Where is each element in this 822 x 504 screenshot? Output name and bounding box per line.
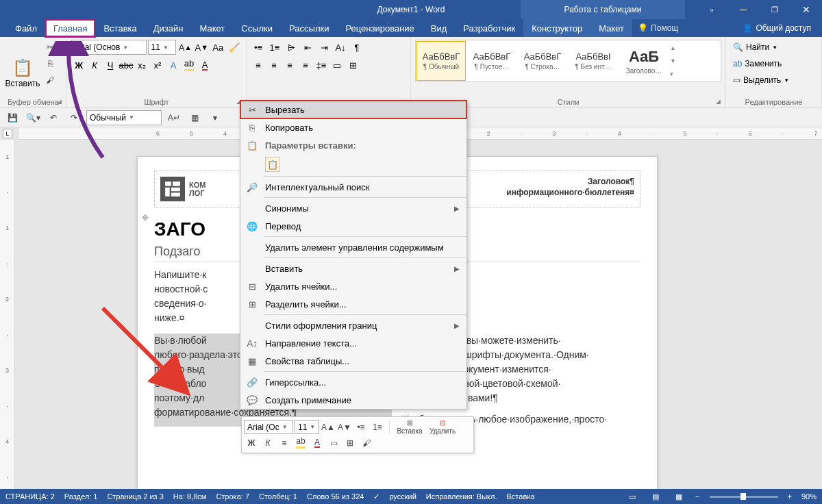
zoom-out-icon[interactable]: − (695, 492, 699, 501)
status-line[interactable]: Строка: 7 (216, 492, 249, 501)
mini-fontcolor[interactable]: A (310, 436, 325, 451)
ctx-smart-lookup[interactable]: 🔎Интеллектуальный поиск (240, 178, 466, 196)
bullets-icon[interactable]: •≡ (251, 40, 266, 55)
style-noint[interactable]: АаБбВвІ¶ Без инт… (569, 41, 618, 81)
ctx-copy[interactable]: ⎘Копировать (240, 118, 466, 136)
status-position[interactable]: На: 8,8см (173, 492, 207, 501)
mini-grow-icon[interactable]: A▲ (321, 420, 336, 435)
cut-icon[interactable]: ✂ (42, 40, 58, 55)
clipboard-dialog-launcher[interactable]: ◢ (57, 98, 64, 105)
zoom-slider[interactable] (710, 496, 778, 498)
close-button[interactable]: ✕ (790, 0, 822, 19)
line-spacing-icon[interactable]: ‡≡ (314, 58, 329, 73)
zoom-in-icon[interactable]: + (788, 492, 792, 501)
replace-button[interactable]: abЗаменить (730, 56, 817, 71)
status-page-of[interactable]: Страница 2 из 3 (107, 492, 163, 501)
table-move-handle[interactable]: ✥ (142, 213, 149, 223)
align-center-icon[interactable]: ≡ (266, 58, 282, 73)
font-size-combo[interactable]: 11▼ (148, 40, 177, 55)
tab-home[interactable]: Главная (45, 19, 95, 37)
mini-bold[interactable]: Ж (244, 436, 259, 451)
tell-me[interactable]: 💡 Помощ (632, 19, 678, 37)
tab-design[interactable]: Дизайн (145, 19, 192, 37)
tab-file[interactable]: Файл (7, 19, 45, 37)
ctx-new-comment[interactable]: 💬Создать примечание (240, 391, 466, 409)
mini-shrink-icon[interactable]: A▼ (337, 420, 352, 435)
paste-button[interactable]: 📋 Вставить (4, 40, 41, 106)
mini-delete-button[interactable]: ⊟Удалить (427, 419, 458, 435)
styles-dialog-launcher[interactable]: ◢ (716, 98, 723, 105)
ctx-table-props[interactable]: ▦Свойства таблицы... (240, 352, 466, 370)
status-page[interactable]: СТРАНИЦА: 2 (5, 492, 55, 501)
format-painter-icon[interactable]: 🖌 (42, 73, 58, 88)
highlight-icon[interactable]: ab (182, 58, 197, 73)
save-icon[interactable]: 💾 (4, 110, 21, 125)
styles-more-icon[interactable]: ▾ (670, 71, 680, 77)
tab-references[interactable]: Ссылки (233, 19, 281, 37)
tab-layout[interactable]: Макет (191, 19, 233, 37)
ctx-cut[interactable]: ✂Вырезать (240, 101, 466, 118)
mini-size-combo[interactable]: 11▼ (295, 420, 319, 434)
underline-button[interactable]: Ч (103, 58, 118, 73)
tab-insert[interactable]: Вставка (95, 19, 145, 37)
qat-more-icon[interactable]: ▾ (207, 110, 223, 125)
status-section[interactable]: Раздел: 1 (64, 492, 98, 501)
show-marks-icon[interactable]: ¶ (349, 40, 364, 55)
ctx-split-cells[interactable]: ⊞Разделить ячейки... (240, 295, 466, 313)
ctx-delete-control[interactable]: Удалить элемент управления содержимым (240, 238, 466, 256)
change-case-icon[interactable]: Aa (210, 40, 225, 55)
view-print-icon[interactable]: ▤ (649, 492, 662, 501)
sort-icon[interactable]: A↓ (333, 40, 348, 55)
mini-shading[interactable]: ▭ (326, 436, 341, 451)
tab-review[interactable]: Рецензирование (337, 19, 422, 37)
justify-icon[interactable]: ≡ (298, 58, 313, 73)
style-nospacing[interactable]: АаБбВвГ¶ Пустое… (467, 41, 516, 81)
align-right-icon[interactable]: ≡ (282, 58, 297, 73)
minimize-button[interactable]: ─ (727, 0, 759, 19)
ctx-translate[interactable]: 🌐Перевод (240, 217, 466, 235)
paste-option-icon[interactable]: 📋 (265, 157, 280, 172)
ctx-hyperlink[interactable]: 🔗Гиперссылка... (240, 373, 466, 391)
subscript-button[interactable]: x₂ (134, 58, 149, 73)
multilevel-icon[interactable]: ⩥ (284, 40, 299, 55)
status-spellcheck-icon[interactable]: ✓ (373, 492, 379, 501)
style-row[interactable]: АаБбВвГ¶ Строка… (518, 41, 567, 81)
numbering-icon[interactable]: 1≡ (267, 40, 282, 55)
restore-button[interactable]: ❐ (759, 0, 790, 19)
styles-down-icon[interactable]: ▼ (670, 58, 680, 64)
ctx-border-styles[interactable]: Стили оформления границ▶ (240, 316, 466, 334)
copy-icon[interactable]: ⎘ (42, 56, 58, 71)
text-effects-icon[interactable]: A (166, 58, 181, 73)
tab-table-design[interactable]: Конструктор (523, 19, 590, 37)
tab-mailings[interactable]: Рассылки (281, 19, 337, 37)
status-column[interactable]: Столбец: 1 (259, 492, 297, 501)
ctx-delete-cells[interactable]: ⊟Удалить ячейки... (240, 277, 466, 295)
select-button[interactable]: ▭Выделить ▼ (730, 73, 817, 88)
table-icon[interactable]: ▦ (186, 110, 203, 125)
mini-align[interactable]: ≡ (277, 436, 292, 451)
mini-numbering-icon[interactable]: 1≡ (370, 420, 385, 435)
ctx-insert[interactable]: Вставить▶ (240, 260, 466, 277)
increase-indent-icon[interactable]: ⇥ (316, 40, 332, 55)
tab-table-layout[interactable]: Макет (590, 19, 632, 37)
mini-italic[interactable]: К (260, 436, 275, 451)
borders-icon[interactable]: ⊞ (345, 58, 360, 73)
styles-gallery[interactable]: АаБбВвГ¶ Обычный АаБбВвГ¶ Пустое… АаБбВв… (415, 40, 721, 82)
clear-format-icon[interactable]: 🧹 (227, 40, 242, 55)
status-track[interactable]: Исправления: Выкл. (426, 492, 497, 501)
ctx-synonyms[interactable]: Синонимы▶ (240, 199, 466, 217)
vertical-ruler[interactable]: 1·1·2·3·4·5·6·7·8 (0, 140, 15, 489)
shrink-font-icon[interactable]: A▼ (194, 40, 209, 55)
mini-insert-button[interactable]: ⊞Вставка (394, 419, 425, 435)
status-language[interactable]: русский (389, 492, 416, 501)
styles-up-icon[interactable]: ▲ (670, 45, 680, 51)
style-normal[interactable]: АаБбВвГ¶ Обычный (416, 41, 466, 81)
view-read-icon[interactable]: ▭ (625, 492, 639, 501)
redo-icon[interactable]: ↷ (66, 110, 82, 125)
tab-developer[interactable]: Разработчик (455, 19, 523, 37)
bold-button[interactable]: Ж (71, 58, 86, 73)
align-left-icon[interactable]: ≡ (251, 58, 266, 73)
font-color-icon[interactable]: A (197, 58, 212, 73)
font-name-combo[interactable]: Arial (Основ▼ (71, 40, 147, 55)
decrease-indent-icon[interactable]: ⇤ (300, 40, 315, 55)
